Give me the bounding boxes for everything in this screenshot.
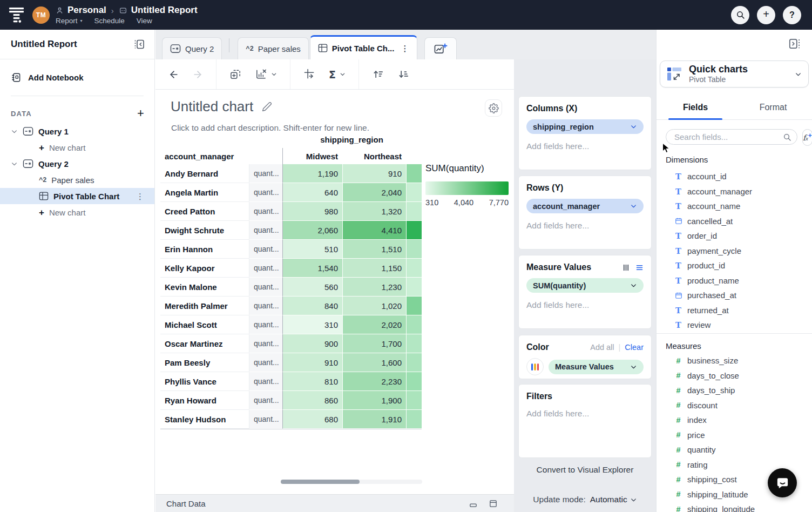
- back-button[interactable]: [168, 69, 179, 80]
- maximize-icon[interactable]: [489, 499, 498, 508]
- measure-index[interactable]: #index: [657, 413, 812, 428]
- measures-add-fields[interactable]: Add fields here...: [526, 300, 644, 310]
- duplicate-chart-button[interactable]: [229, 68, 242, 80]
- convert-to-visual-explorer-button[interactable]: Convert to Visual Explorer: [514, 465, 656, 475]
- add-button[interactable]: +: [757, 6, 775, 24]
- dimension-purchased-at[interactable]: purchased_at: [657, 288, 812, 303]
- chart-title[interactable]: Untitled chart: [171, 98, 272, 115]
- pivot-value-cell[interactable]: 1,190: [282, 164, 343, 183]
- sidebar-item-new-chart[interactable]: +New chart: [0, 204, 154, 220]
- dimension-product-id[interactable]: Tproduct_id: [657, 258, 812, 273]
- sort-ascending-button[interactable]: [372, 68, 384, 80]
- pivot-measure-label[interactable]: quant...: [249, 391, 282, 410]
- measure-shipping-longitude[interactable]: #shipping_longitude: [657, 502, 812, 512]
- pivot-measure-label[interactable]: quant...: [249, 297, 282, 315]
- tab-pivot-table-ch[interactable]: Pivot Table Ch...⋮: [310, 35, 418, 59]
- pivot-row-label[interactable]: Ryan Howard: [160, 391, 249, 410]
- pivot-value-cell[interactable]: 840: [282, 297, 343, 315]
- pivot-partial-cell[interactable]: [407, 183, 422, 202]
- pivot-value-cell[interactable]: 1,320: [343, 202, 407, 221]
- dimension-payment-cycle[interactable]: Tpayment_cycle: [657, 244, 812, 259]
- pivot-value-cell[interactable]: 310: [282, 315, 343, 334]
- color-add-all-button[interactable]: Add all: [590, 343, 614, 352]
- pivot-value-cell[interactable]: 1,700: [343, 334, 407, 353]
- menu-view[interactable]: View: [137, 17, 152, 25]
- sidebar-item-pivot-table-chart[interactable]: Pivot Table Chart⋮: [0, 188, 154, 204]
- pivot-measure-label[interactable]: quant...: [249, 164, 282, 183]
- pivot-value-cell[interactable]: 1,230: [343, 278, 407, 297]
- sidebar-item-new-chart[interactable]: +New chart: [0, 139, 154, 156]
- scrollbar-thumb[interactable]: [281, 480, 360, 484]
- pivot-partial-cell[interactable]: [407, 278, 422, 297]
- pivot-measure-label[interactable]: quant...: [249, 221, 282, 240]
- color-field-pill[interactable]: Measure Values: [549, 360, 644, 374]
- pivot-measure-label[interactable]: quant...: [249, 410, 282, 429]
- rows-field-pill[interactable]: account_manager: [526, 199, 644, 213]
- pivot-value-cell[interactable]: 640: [282, 183, 343, 202]
- pivot-partial-cell[interactable]: [407, 410, 422, 429]
- pivot-row-label[interactable]: Oscar Martinez: [160, 334, 249, 353]
- pivot-partial-cell[interactable]: [407, 164, 422, 183]
- help-button[interactable]: ?: [783, 6, 801, 24]
- pivot-value-cell[interactable]: 980: [282, 202, 343, 221]
- pivot-partial-cell[interactable]: [407, 353, 422, 372]
- pivot-partial-cell[interactable]: [407, 297, 422, 315]
- pivot-measure-label[interactable]: quant...: [249, 240, 282, 259]
- breadcrumb-report-title[interactable]: Untitled Report: [131, 5, 198, 16]
- tab-fields[interactable]: Fields: [657, 95, 734, 119]
- breadcrumb-workspace[interactable]: Personal: [67, 5, 106, 16]
- pivot-row-label[interactable]: Dwight Schrute: [160, 221, 249, 240]
- pivot-partial-cell[interactable]: [407, 315, 422, 334]
- palette-icon[interactable]: [526, 358, 544, 375]
- chart-settings-button[interactable]: [485, 99, 502, 117]
- sidebar-item-paper-sales[interactable]: ^2Paper sales: [0, 172, 154, 188]
- dimension-account-manager[interactable]: Taccount_manager: [657, 184, 812, 199]
- pivot-value-cell[interactable]: 2,230: [343, 372, 407, 391]
- pivot-row-label[interactable]: Kevin Malone: [160, 278, 249, 297]
- sidebar-item-query-1[interactable]: Query 1: [0, 123, 154, 139]
- aggregate-dropdown-button[interactable]: Σ: [329, 69, 346, 80]
- dimension-review[interactable]: Treview: [657, 318, 812, 333]
- menu-schedule[interactable]: Schedule: [94, 17, 125, 25]
- avatar[interactable]: TM: [32, 6, 50, 24]
- measure-price[interactable]: #price: [657, 428, 812, 443]
- sort-descending-button[interactable]: [397, 68, 410, 80]
- measure-quantity[interactable]: #quantity: [657, 442, 812, 457]
- pivot-measure-label[interactable]: quant...: [249, 315, 282, 334]
- collapse-right-panel-icon[interactable]: [788, 37, 802, 51]
- add-formula-field-button[interactable]: fx+: [802, 129, 812, 146]
- search-button[interactable]: [731, 6, 749, 24]
- kebab-icon[interactable]: ⋮: [401, 44, 409, 52]
- dimension-account-id[interactable]: Taccount_id: [657, 169, 812, 184]
- pivot-value-cell[interactable]: 2,040: [343, 183, 407, 202]
- pivot-value-cell[interactable]: 1,510: [343, 240, 407, 259]
- dimension-order-id[interactable]: Torder_id: [657, 228, 812, 244]
- pivot-value-cell[interactable]: 680: [282, 410, 343, 429]
- pivot-row-label[interactable]: Stanley Hudson: [160, 410, 249, 429]
- pivot-value-cell[interactable]: 4,410: [343, 221, 407, 240]
- pivot-row-label[interactable]: Michael Scott: [160, 315, 249, 334]
- pivot-partial-cell[interactable]: [407, 372, 422, 391]
- pivot-measure-label[interactable]: quant...: [249, 202, 282, 221]
- pivot-value-cell[interactable]: 560: [282, 278, 343, 297]
- pivot-measure-label[interactable]: quant...: [249, 278, 282, 297]
- measure-field-pill[interactable]: SUM(quantity): [526, 278, 644, 293]
- columns-add-fields[interactable]: Add fields here...: [526, 142, 644, 151]
- dimension-returned-at[interactable]: Treturned_at: [657, 303, 812, 318]
- columns-field-pill[interactable]: shipping_region: [526, 119, 644, 134]
- pivot-value-cell[interactable]: 1,900: [343, 391, 407, 410]
- tab-format[interactable]: Format: [734, 95, 812, 119]
- rows-add-fields[interactable]: Add fields here...: [526, 221, 644, 231]
- pivot-measure-label[interactable]: quant...: [249, 353, 282, 372]
- pivot-partial-cell[interactable]: [407, 259, 422, 278]
- tab-paper-sales[interactable]: ^2Paper sales: [238, 37, 308, 59]
- new-chart-tab-button[interactable]: [424, 37, 457, 59]
- pivot-value-cell[interactable]: 1,540: [282, 259, 343, 278]
- pivot-row-label[interactable]: Creed Patton: [160, 202, 249, 221]
- search-fields-input[interactable]: [673, 132, 783, 142]
- chart-description-placeholder[interactable]: Click to add chart description. Shift-en…: [171, 123, 369, 133]
- color-clear-button[interactable]: Clear: [625, 343, 644, 352]
- measure-days-to-close[interactable]: #days_to_close: [657, 368, 812, 383]
- pivot-value-cell[interactable]: 2,020: [343, 315, 407, 334]
- pivot-value-cell[interactable]: 1,910: [343, 410, 407, 429]
